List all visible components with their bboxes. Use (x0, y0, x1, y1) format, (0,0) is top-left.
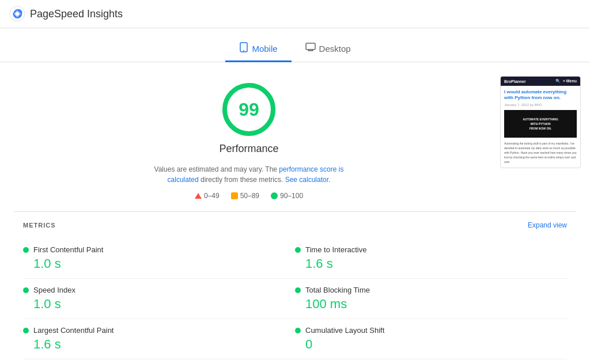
legend-average: 50–89 (231, 192, 259, 200)
preview-article-title: I would automate everything with Python … (504, 89, 577, 101)
svg-point-1 (16, 12, 19, 16)
metrics-title: METRICS (23, 222, 56, 229)
metric-cls: Cumulative Layout Shift 0 (295, 319, 567, 359)
metric-lcp: Largest Contentful Paint 1.6 s (23, 319, 295, 359)
score-legend: 0–49 50–89 90–100 (195, 192, 303, 200)
preview-article-image: AUTOMATE EVERYTHINGWITH PYTHONFROM NOW O… (504, 110, 577, 138)
metric-si: Speed Index 1.0 s (23, 279, 295, 319)
legend-fail: 0–49 (195, 192, 220, 200)
tab-mobile[interactable]: Mobile (225, 36, 291, 62)
search-icon: 🔍 (555, 79, 561, 84)
metrics-header: METRICS Expand view (23, 221, 567, 229)
site-preview-section: BroPlanner 🔍 ≡ Menu I would automate eve… (498, 62, 590, 211)
tti-status-dot (295, 247, 301, 253)
si-value: 1.0 s (23, 297, 295, 312)
cls-status-dot (295, 328, 301, 333)
cls-value: 0 (295, 337, 567, 352)
desktop-tab-label: Desktop (319, 44, 351, 54)
fcp-label: First Contentful Paint (33, 245, 103, 254)
svg-rect-4 (306, 43, 315, 50)
cls-label: Cumulative Layout Shift (305, 326, 384, 335)
expand-view-button[interactable]: Expand view (528, 221, 567, 229)
legend-pass: 90–100 (271, 192, 303, 200)
tbt-status-dot (295, 287, 301, 293)
menu-icon: ≡ Menu (563, 79, 577, 84)
preview-article-body: Automating the boring stuff is part of m… (504, 141, 577, 164)
average-icon (231, 192, 238, 199)
preview-nav-icons: 🔍 ≡ Menu (555, 79, 577, 84)
preview-article-meta: January 7, 2022 by BRO (504, 103, 577, 107)
preview-body: I would automate everything with Python … (501, 86, 580, 168)
site-preview-card: BroPlanner 🔍 ≡ Menu I would automate eve… (500, 76, 581, 168)
score-note: Values are estimated and may vary. The p… (139, 164, 358, 185)
lcp-label: Largest Contentful Paint (33, 326, 114, 335)
preview-header: BroPlanner 🔍 ≡ Menu (501, 77, 580, 86)
si-label: Speed Index (33, 286, 75, 294)
fcp-status-dot (23, 247, 29, 253)
score-circle: 99 (220, 81, 278, 138)
metrics-grid: First Contentful Paint 1.0 s Time to Int… (23, 238, 567, 359)
tti-label: Time to Interactive (305, 245, 366, 254)
score-section: 99 Performance Values are estimated and … (0, 62, 498, 211)
svg-point-3 (243, 50, 244, 51)
fail-range: 0–49 (204, 192, 220, 200)
metric-fcp: First Contentful Paint 1.0 s (23, 238, 295, 279)
mobile-tab-label: Mobile (252, 44, 277, 54)
pagespeed-logo-icon (9, 6, 25, 22)
desktop-tab-icon (305, 43, 316, 54)
lcp-value: 1.6 s (23, 337, 295, 352)
average-range: 50–89 (240, 192, 259, 200)
score-label: Performance (219, 143, 278, 155)
pass-icon (271, 192, 278, 199)
si-status-dot (23, 287, 29, 293)
main-content: 99 Performance Values are estimated and … (0, 62, 590, 211)
tab-desktop[interactable]: Desktop (292, 37, 365, 62)
app-title: PageSpeed Insights (30, 8, 123, 20)
lcp-status-dot (23, 328, 29, 333)
fcp-value: 1.0 s (23, 256, 295, 271)
logo-container: PageSpeed Insights (9, 6, 123, 22)
tbt-value: 100 ms (295, 297, 567, 312)
tti-value: 1.6 s (295, 256, 567, 271)
app-header: PageSpeed Insights (0, 0, 590, 28)
metrics-section: METRICS Expand view First Contentful Pai… (0, 212, 590, 364)
calculator-link[interactable]: See calculator (285, 176, 328, 184)
metric-tti: Time to Interactive 1.6 s (295, 238, 567, 279)
mobile-tab-icon (239, 42, 248, 55)
fail-icon (195, 193, 202, 199)
preview-site-name: BroPlanner (504, 79, 526, 84)
tabs-bar: Mobile Desktop (0, 28, 590, 62)
metric-tbt: Total Blocking Time 100 ms (295, 279, 567, 319)
score-value: 99 (239, 99, 259, 120)
tbt-label: Total Blocking Time (305, 286, 370, 294)
pass-range: 90–100 (280, 192, 303, 200)
